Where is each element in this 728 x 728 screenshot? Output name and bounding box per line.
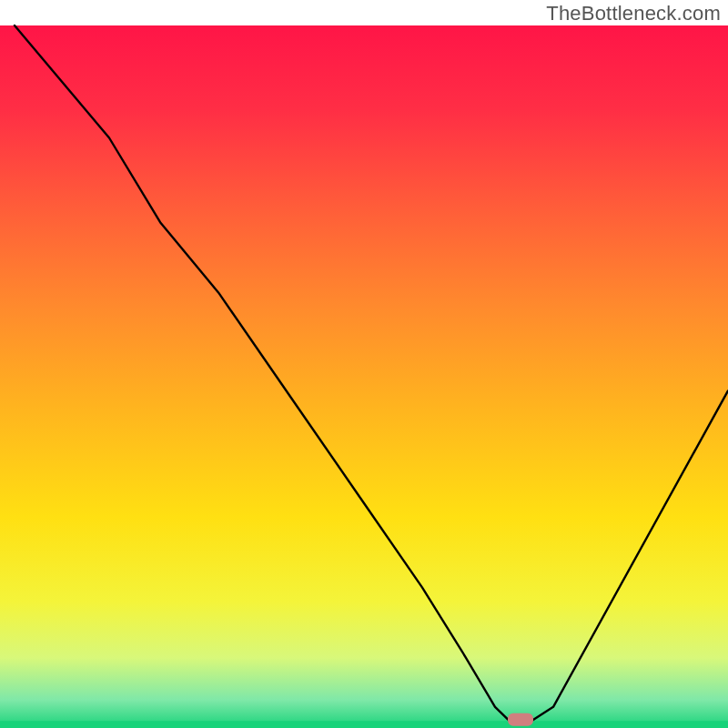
chart-container: TheBottleneck.com (0, 0, 728, 728)
gradient-background (0, 25, 728, 728)
watermark-text: TheBottleneck.com (546, 2, 721, 25)
bottleneck-chart (0, 0, 728, 728)
green-baseline-band (0, 721, 728, 728)
optimal-marker (508, 713, 533, 726)
